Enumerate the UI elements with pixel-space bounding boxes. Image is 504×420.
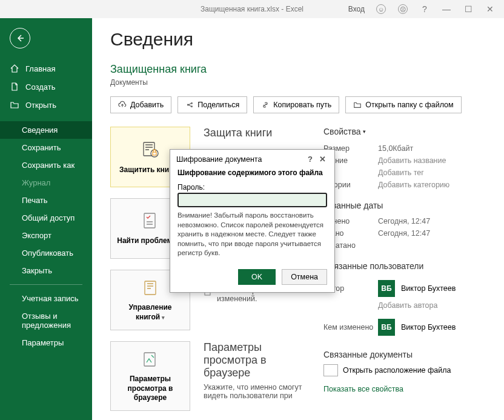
- browser-view-button[interactable]: Параметры просмотра в браузере: [110, 341, 190, 411]
- nav-share[interactable]: Общий доступ: [0, 209, 92, 227]
- nav-home[interactable]: Главная: [0, 59, 92, 78]
- nav-info[interactable]: Сведения: [0, 121, 92, 139]
- prop-modified-value: Сегодня, 12:47: [378, 217, 430, 225]
- nav-publish[interactable]: Опубликовать: [0, 244, 92, 262]
- nav-save[interactable]: Сохранить: [0, 139, 92, 156]
- button-label: Добавить: [130, 101, 164, 109]
- nav-label: Создать: [25, 82, 55, 92]
- password-input[interactable]: [177, 193, 327, 207]
- document-path: Документы: [110, 78, 486, 87]
- button-label: Открыть папку с файлом: [365, 101, 453, 109]
- dialog-warning: Внимание! Забытый пароль восстановить не…: [177, 211, 327, 258]
- avatar: ВБ: [378, 280, 395, 297]
- nav-open[interactable]: Открыть: [0, 96, 92, 114]
- cancel-button[interactable]: Отмена: [282, 269, 327, 285]
- svg-rect-3: [144, 213, 155, 228]
- encrypt-dialog: Шифрование документа ? ✕ Шифрование соде…: [170, 149, 335, 293]
- nav-print[interactable]: Печать: [0, 192, 92, 209]
- nav-new[interactable]: Создать: [0, 78, 92, 96]
- nav-label: Сохранить: [22, 143, 61, 152]
- open-location-link[interactable]: Открыть расположение файла: [323, 364, 486, 376]
- button-label: Поделиться: [197, 101, 239, 109]
- dialog-help-button[interactable]: ?: [304, 155, 316, 164]
- upload-button[interactable]: Добавить: [110, 96, 171, 113]
- nav-label: Общий доступ: [22, 213, 75, 222]
- button-label: Защитить книгу: [119, 165, 176, 174]
- dialog-heading: Шифрование содержимого этого файла: [177, 168, 327, 177]
- folder-open-icon: [10, 100, 19, 110]
- share-button[interactable]: Поделиться: [177, 96, 247, 113]
- dates-heading: вязанные даты: [323, 201, 486, 210]
- browser-icon: [141, 349, 160, 371]
- nav-export[interactable]: Экспорт: [0, 227, 92, 244]
- nav-label: Журнал: [22, 178, 50, 187]
- ok-button[interactable]: OK: [238, 269, 276, 285]
- nav-history: Журнал: [0, 174, 92, 192]
- workbook-icon: [141, 278, 160, 299]
- prop-title-value[interactable]: Добавить название: [378, 156, 446, 165]
- svg-point-1: [151, 150, 158, 157]
- modifiedby-name: Виктор Бухтеев: [401, 323, 456, 332]
- nav-label: Сведения: [22, 125, 58, 135]
- avatar: ВБ: [378, 319, 395, 336]
- prop-cat-value[interactable]: Добавить категорию: [378, 181, 449, 189]
- properties-heading[interactable]: Свойства ▾: [323, 127, 366, 136]
- page-title: Сведения: [110, 29, 486, 50]
- nav-close[interactable]: Закрыть: [0, 262, 92, 279]
- dialog-title: Шифрование документа: [176, 155, 304, 164]
- nav-label: Параметры: [22, 338, 64, 347]
- nav-label: Опубликовать: [22, 248, 73, 258]
- prop-tags-value[interactable]: Добавить тег: [378, 168, 424, 177]
- folder-icon: [353, 101, 362, 109]
- button-label: Параметры просмотра в браузере: [128, 375, 173, 402]
- nav-feedback[interactable]: Отзывы и предложения: [0, 307, 92, 334]
- nav-label: Учетная запись: [22, 294, 79, 303]
- back-button[interactable]: [10, 28, 30, 48]
- author-name: Виктор Бухтеев: [401, 284, 456, 293]
- nav-label: Открыть: [25, 101, 56, 110]
- nav-label: Сохранить как: [22, 161, 75, 170]
- document-name: Защищенная книга: [110, 63, 486, 76]
- nav-label: Экспорт: [22, 231, 51, 240]
- browser-section-title: Параметры просмотра в браузере: [204, 341, 305, 379]
- document-icon: [10, 82, 19, 92]
- nav-label: Отзывы и предложения: [22, 312, 82, 330]
- nav-label: Главная: [25, 64, 55, 73]
- nav-account[interactable]: Учетная запись: [0, 290, 92, 307]
- nav-options[interactable]: Параметры: [0, 334, 92, 352]
- protect-section-title: Защита книги: [204, 127, 305, 139]
- face-sad-icon[interactable]: ☹: [394, 0, 412, 18]
- button-label: Управление книгой: [129, 303, 172, 321]
- prop-size-value: 15,0Кбайт: [378, 144, 413, 153]
- home-icon: [10, 64, 19, 73]
- window-title: Защищенная книга.xlsx - Excel: [201, 5, 303, 13]
- help-icon[interactable]: ?: [416, 0, 434, 18]
- checklist-icon: [141, 211, 160, 233]
- minimize-button[interactable]: —: [437, 0, 456, 18]
- users-heading: Связанные пользователи: [323, 261, 486, 271]
- prop-modifiedby-label: Кем изменено: [323, 323, 378, 332]
- related-docs-heading: Связанные документы: [323, 350, 486, 359]
- cloud-upload-icon: [118, 101, 127, 109]
- maximize-button[interactable]: ☐: [459, 0, 477, 18]
- face-smile-icon[interactable]: ☺: [372, 0, 390, 18]
- login-link[interactable]: Вход: [348, 5, 365, 13]
- close-button[interactable]: ✕: [481, 0, 499, 18]
- sidebar: Главная Создать Открыть Сведения Сохрани…: [0, 18, 92, 420]
- add-author-link[interactable]: Добавить автора: [378, 301, 437, 310]
- prop-created-value: Сегодня, 12:47: [378, 229, 430, 238]
- nav-label: Печать: [22, 196, 48, 205]
- lock-icon: [140, 139, 161, 162]
- link-icon: [261, 101, 270, 109]
- nav-saveas[interactable]: Сохранить как: [0, 156, 92, 174]
- nav-label: Закрыть: [22, 266, 52, 275]
- show-all-properties-link[interactable]: Показать все свойства: [323, 385, 403, 393]
- button-label: Копировать путь: [273, 101, 331, 109]
- share-icon: [185, 101, 194, 109]
- link-label: Открыть расположение файла: [343, 366, 451, 375]
- dialog-close-button[interactable]: ✕: [316, 155, 328, 164]
- section-body: Укажите, что именно смогут видеть пользо…: [204, 383, 305, 400]
- open-folder-button[interactable]: Открыть папку с файлом: [345, 96, 461, 113]
- copy-path-button[interactable]: Копировать путь: [253, 96, 339, 113]
- svg-rect-4: [145, 281, 156, 295]
